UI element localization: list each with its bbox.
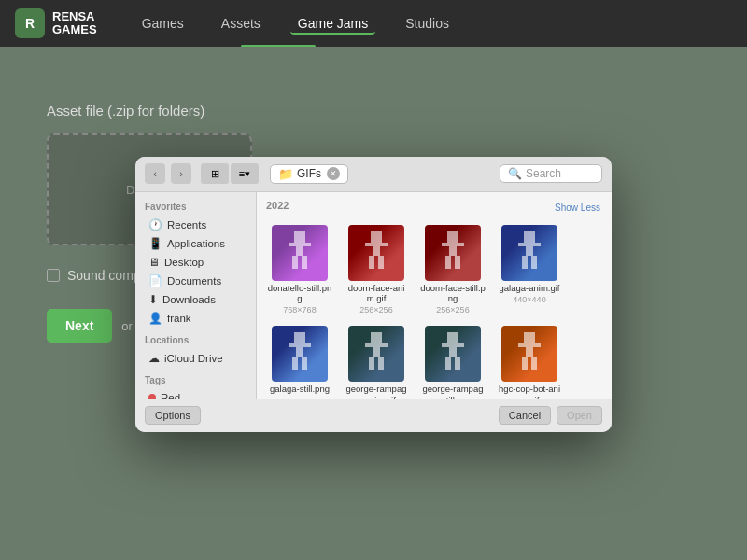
sidebar-item-desktop[interactable]: 🖥 Desktop (139, 253, 252, 272)
applications-label: Applications (167, 238, 225, 249)
favorites-title: Favorites (135, 200, 256, 216)
svg-rect-6 (371, 231, 382, 243)
applications-icon: 📱 (148, 237, 162, 250)
dialog-footer: Options Cancel Open (135, 399, 612, 432)
show-less-button[interactable]: Show Less (555, 203, 600, 213)
svg-rect-36 (447, 332, 458, 343)
file-dialog: ‹ › ⊞ ≡▾ 📁 GIFs ✕ 🔍 Search Favorites (135, 157, 612, 432)
sidebar-item-downloads[interactable]: ⬇ Downloads (139, 290, 252, 309)
file-item[interactable]: hgc-cop-bot-anim.gif512×512 (494, 323, 565, 398)
svg-rect-21 (533, 243, 541, 246)
sidebar-item-applications[interactable]: 📱 Applications (139, 234, 252, 253)
open-button[interactable]: Open (557, 406, 602, 425)
documents-icon: 📄 (148, 274, 162, 287)
svg-rect-14 (442, 243, 449, 246)
svg-rect-20 (518, 243, 526, 246)
svg-rect-2 (289, 243, 296, 246)
file-name: hgc-cop-bot-anim.gif (497, 384, 562, 398)
dialog-file-area: 2022 Show Less donatello-still.png768×76… (257, 192, 612, 399)
recents-icon: 🕐 (148, 218, 162, 231)
svg-rect-27 (303, 343, 311, 347)
svg-rect-11 (378, 256, 384, 269)
dialog-body: Favorites 🕐 Recents 📱 Applications 🖥 Des… (135, 192, 612, 399)
asset-file-label: Asset file (.zip for folders) (47, 103, 204, 119)
svg-rect-0 (294, 231, 305, 243)
svg-rect-8 (365, 243, 373, 246)
recents-label: Recents (167, 219, 206, 231)
svg-rect-41 (455, 357, 460, 370)
grid-view-button[interactable]: ⊞ (201, 163, 229, 184)
sidebar-item-documents[interactable]: 📄 Documents (139, 272, 252, 290)
svg-rect-32 (365, 343, 373, 347)
svg-rect-37 (449, 343, 457, 357)
desktop-icon: 🖥 (148, 256, 160, 269)
svg-rect-38 (442, 343, 449, 347)
nav-games[interactable]: Games (134, 12, 191, 35)
file-item[interactable]: galaga-still.png440×440 (264, 323, 335, 398)
sidebar-item-icloud[interactable]: ☁ iCloud Drive (139, 349, 252, 368)
sound-compilation-checkbox[interactable] (47, 269, 60, 282)
svg-rect-24 (294, 332, 305, 343)
file-name: george-rampage-still.png (420, 384, 486, 398)
tags-title: Tags (135, 373, 256, 389)
file-name: doom-face-still.png (420, 283, 486, 304)
svg-rect-3 (303, 243, 311, 246)
svg-rect-40 (445, 357, 451, 370)
svg-rect-33 (380, 343, 388, 347)
nav-assets[interactable]: Assets (214, 12, 268, 35)
svg-rect-7 (373, 243, 380, 256)
year-label: 2022 (266, 200, 289, 211)
next-button[interactable]: Next (47, 309, 112, 343)
svg-rect-25 (296, 343, 303, 357)
file-item[interactable]: galaga-anim.gif440×440 (494, 222, 565, 318)
dialog-toolbar: ‹ › ⊞ ≡▾ 📁 GIFs ✕ 🔍 Search (135, 157, 612, 192)
search-box[interactable]: 🔍 Search (500, 164, 602, 183)
downloads-label: Downloads (162, 294, 216, 305)
file-size: 768×768 (283, 305, 316, 315)
sidebar-item-frank[interactable]: 👤 frank (139, 309, 252, 328)
current-folder: 📁 GIFs ✕ (270, 164, 348, 184)
file-item[interactable]: george-rampage-still.png896×896 (417, 323, 488, 398)
nav-game-jams[interactable]: Game Jams (290, 12, 375, 35)
file-name: galaga-still.png (270, 384, 330, 394)
icloud-icon: ☁ (148, 352, 160, 365)
svg-rect-35 (378, 357, 384, 370)
file-item[interactable]: doom-face-anim.gif256×256 (341, 222, 412, 318)
file-size: 256×256 (359, 305, 392, 315)
downloads-icon: ⬇ (148, 293, 158, 306)
list-view-button[interactable]: ≡▾ (231, 163, 259, 184)
top-nav: R RENSA GAMES Games Assets Game Jams Stu… (0, 0, 747, 47)
footer-actions: Cancel Open (499, 406, 602, 425)
svg-rect-1 (296, 243, 303, 256)
file-name: galaga-anim.gif (500, 283, 560, 293)
svg-rect-4 (292, 256, 298, 269)
svg-rect-47 (531, 357, 537, 370)
svg-rect-34 (369, 357, 374, 370)
tag-red-label: Red (161, 392, 180, 399)
cancel-button[interactable]: Cancel (499, 406, 551, 425)
sidebar-item-tag-red[interactable]: Red (139, 389, 252, 399)
svg-rect-29 (302, 357, 307, 370)
frank-icon: 👤 (148, 312, 162, 325)
svg-rect-44 (518, 343, 526, 347)
clear-folder-button[interactable]: ✕ (327, 167, 340, 180)
svg-rect-26 (289, 343, 296, 347)
file-item[interactable]: doom-face-still.png256×256 (417, 222, 488, 318)
forward-button[interactable]: › (171, 163, 191, 184)
svg-rect-42 (524, 332, 535, 343)
svg-rect-31 (373, 343, 380, 357)
file-size: 256×256 (436, 305, 469, 315)
svg-rect-23 (531, 256, 537, 269)
options-button[interactable]: Options (145, 406, 201, 425)
file-item[interactable]: george-rampage-anim.gif896×896 (341, 323, 412, 398)
nav-studios[interactable]: Studios (398, 12, 457, 35)
svg-rect-12 (447, 231, 458, 243)
svg-rect-17 (455, 256, 460, 269)
logo-text: RENSA GAMES (52, 10, 97, 37)
svg-rect-10 (369, 256, 374, 269)
logo: R RENSA GAMES (15, 8, 97, 38)
file-item[interactable]: donatello-still.png768×768 (264, 222, 335, 318)
search-icon: 🔍 (508, 167, 522, 180)
back-button[interactable]: ‹ (145, 163, 165, 184)
sidebar-item-recents[interactable]: 🕐 Recents (139, 216, 252, 234)
